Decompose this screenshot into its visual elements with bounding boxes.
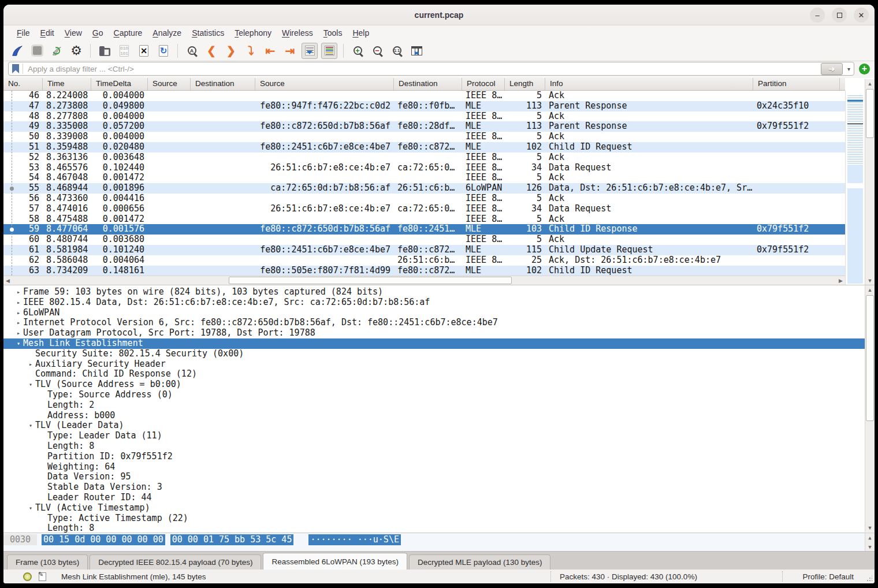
byte-tab-3[interactable]: Decrypted MLE payload (130 bytes) — [409, 554, 550, 570]
auto-scroll-icon[interactable] — [302, 43, 318, 59]
packet-row-56[interactable]: 568.4733600.004416IEEE 8…5Ack — [3, 193, 845, 204]
packet-row-53[interactable]: 538.4655760.10244026:51:c6:b7:e8:ce:4b:e… — [3, 163, 845, 173]
capture-comment-icon[interactable]: ✎ — [39, 572, 46, 581]
add-filter-button[interactable]: + — [859, 64, 870, 75]
scroll-up-arrow[interactable]: ▲ — [865, 79, 875, 88]
go-first-packet-icon[interactable]: ⇤ — [262, 43, 278, 59]
minimize-button[interactable]: – — [810, 8, 825, 23]
menu-statistics[interactable]: Statistics — [187, 27, 229, 39]
open-file-icon[interactable] — [96, 43, 113, 59]
detail-line[interactable]: Data Version: 95 — [3, 472, 865, 482]
menu-wireless[interactable]: Wireless — [277, 27, 318, 39]
column-header-length[interactable]: Length — [505, 78, 545, 90]
collapsed-arrow-icon[interactable]: ▸ — [14, 287, 23, 297]
expanded-arrow-icon[interactable]: ▾ — [14, 338, 23, 349]
detail-line[interactable]: ▾TLV (Source Address = b0:00) — [3, 379, 865, 390]
filter-dropdown-caret[interactable]: ▾ — [846, 66, 851, 72]
display-filter-input[interactable]: ➔ ▾ — [8, 62, 854, 76]
detail-line[interactable]: ▸IEEE 802.15.4 Data, Dst: 26:51:c6:b7:e8… — [3, 297, 865, 308]
scroll-left-arrow[interactable]: ◀ — [3, 276, 12, 285]
collapsed-arrow-icon[interactable]: ▸ — [26, 359, 35, 370]
detail-line[interactable]: Stable Data Version: 3 — [3, 482, 865, 493]
go-to-packet-icon[interactable]: ⤵ — [243, 43, 259, 59]
capture-options-icon[interactable]: ⚙ — [68, 43, 84, 59]
wireshark-start-capture-icon[interactable] — [9, 43, 25, 59]
detail-line[interactable]: Address: b000 — [3, 411, 865, 421]
packet-row-60[interactable]: 608.4807440.003680IEEE 8…5Ack — [3, 235, 845, 245]
detail-line[interactable]: Length: 8 — [3, 523, 865, 533]
scroll-thumb[interactable] — [866, 89, 874, 138]
detail-line[interactable]: ▸6LoWPAN — [3, 308, 865, 318]
stop-capture-icon[interactable] — [29, 43, 45, 59]
profile-text[interactable]: Profile: Default — [802, 572, 854, 581]
detail-line[interactable]: Partition ID: 0x79f551f2 — [3, 452, 865, 462]
colorize-packets-icon[interactable] — [321, 43, 337, 59]
detail-line[interactable]: Command: Child ID Response (12) — [3, 369, 865, 379]
collapsed-arrow-icon[interactable]: ▸ — [14, 297, 23, 308]
detail-line[interactable]: ▾TLV (Active Timestamp) — [3, 503, 865, 513]
zoom-in-icon[interactable]: + — [349, 43, 366, 59]
collapsed-arrow-icon[interactable]: ▸ — [14, 308, 23, 318]
filter-text-field[interactable] — [27, 64, 817, 74]
expanded-arrow-icon[interactable]: ▾ — [26, 379, 35, 390]
column-header-destination[interactable]: Destination — [394, 78, 462, 90]
column-header-time[interactable]: Time — [43, 78, 91, 90]
details-vscrollbar[interactable]: ▲ ▼ — [865, 285, 875, 532]
byte-tab-1[interactable]: Decrypted IEEE 802.15.4 payload (70 byte… — [90, 554, 261, 570]
hex-row[interactable]: 0030 00 15 0d 00 00 00 00 00 00 00 01 75… — [3, 534, 401, 545]
expert-info-icon[interactable] — [23, 572, 32, 581]
bytes-vscrollbar[interactable]: ▲ ▼ — [865, 533, 875, 551]
detail-line[interactable]: ▸User Datagram Protocol, Src Port: 19788… — [3, 328, 865, 338]
restart-capture-icon[interactable] — [49, 43, 65, 59]
packet-row-47[interactable]: 478.2738080.049800fe80::947f:f476:22bc:c… — [3, 101, 845, 111]
column-header-source[interactable]: Source — [255, 78, 394, 90]
packet-row-46[interactable]: 468.2240080.004000IEEE 8…5Ack — [3, 91, 845, 101]
menu-edit[interactable]: Edit — [35, 27, 59, 39]
byte-tab-0[interactable]: Frame (103 bytes) — [7, 554, 88, 570]
column-header-source[interactable]: Source — [148, 78, 191, 90]
menu-analyze[interactable]: Analyze — [147, 27, 187, 39]
hscroll-thumb[interactable] — [229, 277, 512, 284]
reload-file-icon[interactable]: ↻ — [155, 43, 172, 59]
detail-line[interactable]: Leader Router ID: 44 — [3, 493, 865, 503]
go-forward-icon[interactable]: ❯ — [223, 43, 239, 59]
close-file-icon[interactable]: ✕ — [136, 43, 152, 59]
detail-line[interactable]: ▸Auxiliary Security Header — [3, 359, 865, 370]
intelligent-scrollbar-minimap[interactable] — [845, 91, 865, 285]
detail-line[interactable]: Type: Source Address (0) — [3, 390, 865, 400]
scroll-up-arrow[interactable]: ▲ — [865, 533, 875, 542]
collapsed-arrow-icon[interactable]: ▸ — [14, 318, 23, 328]
packet-row-52[interactable]: 528.3631360.003648IEEE 8…5Ack — [3, 152, 845, 163]
collapsed-arrow-icon[interactable]: ▸ — [14, 328, 23, 338]
packet-row-51[interactable]: 518.3594880.020480fe80::2451:c6b7:e8ce:4… — [3, 142, 845, 152]
detail-line[interactable]: Length: 2 — [3, 400, 865, 411]
packet-row-49[interactable]: 498.3350080.057200fe80::c872:650d:b7b8:5… — [3, 121, 845, 132]
zoom-out-icon[interactable]: − — [369, 43, 385, 59]
packet-list-vscrollbar[interactable]: ▲ ▼ — [865, 79, 875, 285]
detail-line[interactable]: Type: Active Timestamp (22) — [3, 513, 865, 524]
detail-line[interactable]: ▸Internet Protocol Version 6, Src: fe80:… — [3, 318, 865, 328]
column-header-no[interactable]: No. — [3, 78, 43, 90]
column-header-destination[interactable]: Destination — [191, 78, 255, 90]
scroll-down-arrow[interactable]: ▼ — [865, 542, 875, 551]
scroll-right-arrow[interactable]: ▶ — [836, 276, 845, 285]
scroll-down-arrow[interactable]: ▼ — [865, 523, 875, 532]
scroll-down-arrow[interactable]: ▼ — [865, 276, 875, 285]
find-packet-icon[interactable]: A — [184, 43, 200, 59]
expanded-arrow-icon[interactable]: ▾ — [26, 420, 35, 431]
expanded-arrow-icon[interactable]: ▾ — [26, 503, 35, 513]
menu-help[interactable]: Help — [347, 27, 374, 39]
menu-capture[interactable]: Capture — [109, 27, 148, 39]
packet-row-55[interactable]: 558.4689440.001896ca:72:65:0d:b7:b8:56:a… — [3, 183, 845, 193]
packet-row-57[interactable]: 578.4740160.00065626:51:c6:b7:e8:ce:4b:e… — [3, 204, 845, 214]
resize-grip[interactable] — [866, 576, 872, 582]
detail-line[interactable]: Weighting: 64 — [3, 462, 865, 472]
packet-row-58[interactable]: 588.4754880.001472IEEE 8…5Ack — [3, 214, 845, 225]
menu-view[interactable]: View — [59, 27, 87, 39]
scroll-up-arrow[interactable]: ▲ — [865, 285, 875, 294]
packet-row-59[interactable]: 598.4770640.001576fe80::c872:650d:b7b8:5… — [3, 224, 845, 235]
maximize-button[interactable] — [832, 8, 847, 23]
column-header-timedelta[interactable]: TimeDelta — [91, 78, 148, 90]
packet-list-hscrollbar[interactable]: ◀ ▶ — [3, 276, 845, 285]
column-header-partition[interactable]: Partition — [753, 78, 840, 90]
